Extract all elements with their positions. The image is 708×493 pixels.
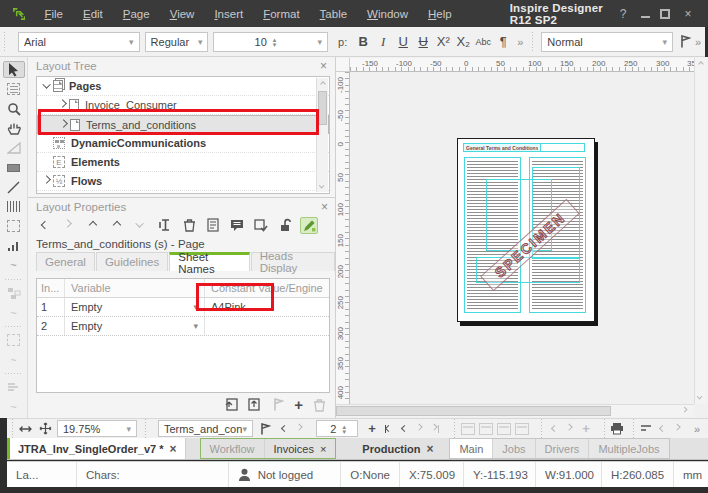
- scroll-down-icon[interactable]: [317, 181, 328, 192]
- pan-view-button[interactable]: [37, 421, 53, 437]
- select-tool-button[interactable]: [3, 61, 25, 78]
- print-preview-button[interactable]: [609, 421, 625, 437]
- tree-item-terms-and-conditions[interactable]: Terms_and_conditions: [37, 115, 329, 134]
- insert-button[interactable]: [156, 217, 174, 234]
- pilcrow-button[interactable]: ¶: [493, 32, 513, 52]
- scroll-up-icon[interactable]: [317, 78, 328, 89]
- tab-jobs[interactable]: Jobs: [493, 439, 535, 458]
- export-icon[interactable]: [248, 398, 263, 411]
- page-number-stepper[interactable]: 2 ▴▾: [316, 420, 358, 437]
- tree-item-dynamic-communications[interactable]: DynamicCommunications: [37, 134, 329, 153]
- apply-check-button[interactable]: [252, 217, 270, 234]
- first-record-button[interactable]: [380, 421, 396, 437]
- help-button[interactable]: ?: [615, 7, 631, 21]
- zoom-level-select[interactable]: 19.75% ▾: [57, 420, 137, 437]
- tab-sheet-names[interactable]: Sheet Names: [169, 252, 249, 271]
- previous-proof-button[interactable]: [546, 421, 562, 437]
- tab-general[interactable]: General: [36, 252, 95, 271]
- menu-table[interactable]: Table: [310, 8, 358, 20]
- tree-item-elements[interactable]: E Elements: [37, 153, 329, 172]
- underline-button[interactable]: U: [393, 32, 413, 52]
- login-status[interactable]: Not logged: [229, 462, 342, 487]
- font-style-select[interactable]: Regular ▾: [145, 32, 209, 52]
- menu-insert[interactable]: Insert: [204, 8, 253, 20]
- move-down-button[interactable]: [132, 217, 150, 234]
- page-workspace[interactable]: General Terms and Conditions SPECIMEN: [350, 72, 694, 404]
- previous-diff-button[interactable]: [654, 421, 670, 437]
- tab-heads-display[interactable]: Heads Display: [251, 252, 335, 271]
- scroll-down-icon[interactable]: [695, 392, 707, 404]
- chart-tool-button[interactable]: [3, 238, 25, 255]
- menu-format[interactable]: Format: [253, 8, 309, 20]
- font-family-select[interactable]: Arial ▾: [18, 32, 140, 52]
- menu-page[interactable]: Page: [113, 8, 160, 20]
- canvas-horizontal-scrollbar[interactable]: [336, 404, 694, 417]
- tree-item-flows[interactable]: ½ Flows: [37, 172, 329, 191]
- next-page-button[interactable]: [292, 421, 308, 437]
- scrollbar-thumb[interactable]: [318, 91, 327, 125]
- minimize-button[interactable]: [641, 10, 650, 18]
- tab-drivers[interactable]: Drivers: [536, 439, 590, 458]
- previous-record-button[interactable]: [396, 421, 412, 437]
- tab-workflow[interactable]: Workflow: [201, 439, 265, 458]
- menu-edit[interactable]: Edit: [73, 8, 113, 20]
- tab-invoices[interactable]: Invoices ×: [265, 439, 336, 458]
- bookmark-flag-icon[interactable]: [260, 423, 271, 435]
- variable-select[interactable]: Empty ▾: [65, 298, 205, 316]
- tab-multiplejobs[interactable]: MultipleJobs: [589, 439, 668, 458]
- area-select-tool-button[interactable]: [3, 218, 25, 235]
- delete-row-trash-icon[interactable]: [313, 398, 326, 412]
- delete-button[interactable]: [180, 217, 198, 234]
- measure-tool-button[interactable]: [3, 140, 25, 157]
- add-row-button[interactable]: +: [294, 396, 303, 413]
- maximize-button[interactable]: [660, 9, 670, 19]
- move-up-button[interactable]: [84, 217, 102, 234]
- next-diff-button[interactable]: [670, 421, 686, 437]
- thumbnail-view-icon[interactable]: [515, 423, 529, 435]
- spinner-arrows-icon[interactable]: ▴▾: [273, 37, 277, 47]
- close-tab-icon[interactable]: ×: [320, 443, 326, 455]
- back-button[interactable]: [36, 217, 54, 234]
- menu-window[interactable]: Window: [357, 8, 418, 20]
- tab-production[interactable]: Production ×: [354, 438, 441, 459]
- canvas-vertical-scrollbar[interactable]: [694, 58, 707, 404]
- text-select-tool-button[interactable]: [3, 81, 25, 98]
- close-tab-icon[interactable]: ×: [426, 442, 433, 456]
- add-page-button[interactable]: +: [364, 421, 380, 437]
- next-proof-button[interactable]: [562, 421, 578, 437]
- spinner-arrows-icon[interactable]: ▴▾: [342, 424, 346, 434]
- fit-width-button[interactable]: [17, 421, 33, 437]
- subscript-button[interactable]: X₂: [453, 32, 473, 52]
- forward-button[interactable]: [60, 217, 78, 234]
- previous-page-button[interactable]: [276, 421, 292, 437]
- expander-open-icon[interactable]: [43, 83, 53, 89]
- paragraph-style-select[interactable]: Normal ▾: [541, 32, 673, 52]
- rectangle-tool-button[interactable]: [3, 159, 25, 176]
- expander-closed-icon[interactable]: [59, 102, 69, 108]
- flowchart-tool-button[interactable]: [3, 285, 25, 302]
- menu-view[interactable]: View: [160, 8, 205, 20]
- close-window-button[interactable]: ×: [680, 7, 696, 21]
- tree-scrollbar[interactable]: [316, 78, 328, 192]
- single-page-view-icon[interactable]: [461, 423, 475, 435]
- facing-pages-view-icon[interactable]: [479, 423, 493, 435]
- style-flag-icon[interactable]: [679, 35, 691, 48]
- tree-item-pages[interactable]: Pages: [37, 77, 329, 96]
- group-tool-button[interactable]: [3, 332, 25, 349]
- move-top-button[interactable]: [108, 217, 126, 234]
- font-size-stepper[interactable]: 10 ▴▾ ▾: [213, 32, 328, 52]
- tab-workspace-file[interactable]: JTRA_Inv_SingleOrder_v7 * ×: [10, 438, 186, 459]
- variable-select[interactable]: Empty ▾: [65, 317, 205, 335]
- pan-tool-button[interactable]: [3, 120, 25, 137]
- constant-value-input[interactable]: [205, 317, 329, 335]
- superscript-button[interactable]: X²: [433, 32, 453, 52]
- continuous-view-icon[interactable]: [497, 423, 511, 435]
- scroll-right-icon[interactable]: [680, 405, 692, 417]
- flag-icon[interactable]: [273, 398, 284, 411]
- lock-button[interactable]: [276, 217, 294, 234]
- comment-button[interactable]: [228, 217, 246, 234]
- zoom-tool-button[interactable]: [3, 101, 25, 118]
- close-icon[interactable]: ×: [320, 59, 327, 73]
- add-proof-button[interactable]: +: [578, 421, 594, 437]
- page-select[interactable]: Terms_and_conc ▾: [158, 420, 253, 437]
